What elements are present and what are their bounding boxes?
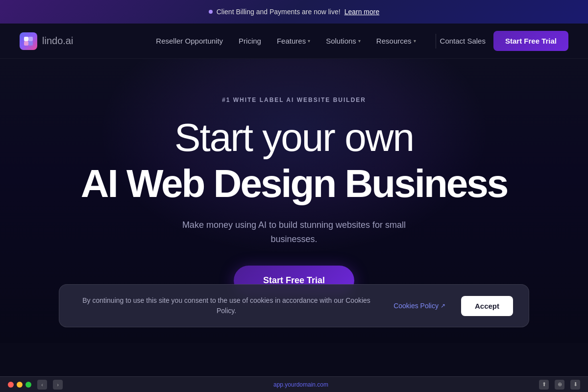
navbar: lindo.ai Reseller Opportunity Pricing Fe…: [0, 24, 588, 59]
nav-start-trial-button[interactable]: Start Free Trial: [493, 31, 568, 51]
announcement-bar: Client Billing and Payments are now live…: [0, 0, 588, 24]
url-domain: yourdomain: [285, 381, 316, 388]
cookie-banner: By continuing to use this site you conse…: [59, 284, 529, 327]
window-controls: [8, 382, 31, 388]
logo[interactable]: lindo.ai: [20, 32, 73, 50]
external-link-icon: ↗: [441, 302, 445, 309]
nav-item-pricing[interactable]: Pricing: [239, 37, 261, 45]
features-chevron-icon: ▾: [308, 38, 310, 44]
share-button[interactable]: ⬆: [539, 380, 549, 390]
solutions-chevron-icon: ▾: [358, 38, 361, 44]
hero-section: #1 WHITE LABEL AI WEBSITE BUILDER Start …: [0, 59, 588, 343]
address-bar[interactable]: app.yourdomain.com: [69, 381, 533, 388]
nav-item-resources[interactable]: Resources▾: [376, 37, 416, 45]
nav-item-solutions[interactable]: Solutions▾: [326, 37, 361, 45]
cookie-policy-link[interactable]: Cookies Policy ↗: [393, 302, 445, 310]
svg-rect-1: [28, 37, 33, 41]
forward-button[interactable]: ›: [53, 380, 63, 390]
taskbar: ‹ › app.yourdomain.com ⬆ ⊕ ⬇: [0, 376, 588, 392]
cookie-accept-button[interactable]: Accept: [461, 296, 513, 316]
hero-badge: #1 WHITE LABEL AI WEBSITE BUILDER: [222, 97, 366, 103]
nav-links: Reseller Opportunity Pricing Features▾ S…: [156, 37, 416, 45]
logo-icon: [20, 32, 37, 50]
nav-item-features[interactable]: Features▾: [277, 37, 310, 45]
add-tab-button[interactable]: ⊕: [555, 380, 564, 390]
logo-wordmark: lindo.ai: [42, 35, 73, 47]
hero-title-line1: Start your own: [174, 117, 414, 158]
svg-rect-2: [24, 41, 28, 46]
downloads-button[interactable]: ⬇: [570, 380, 580, 390]
svg-rect-3: [28, 41, 33, 46]
nav-divider: [436, 34, 436, 49]
cookie-text: By continuing to use this site you conse…: [75, 295, 378, 316]
announcement-learn-more-link[interactable]: Learn more: [344, 8, 380, 16]
maximize-window-button[interactable]: [25, 382, 31, 388]
hero-title-line2: AI Web Design Business: [81, 163, 508, 204]
nav-contact-sales-link[interactable]: Contact Sales: [440, 37, 486, 45]
announcement-text: Client Billing and Payments are now live…: [217, 8, 341, 16]
minimize-window-button[interactable]: [17, 382, 23, 388]
svg-rect-0: [24, 37, 28, 41]
nav-item-reseller[interactable]: Reseller Opportunity: [156, 37, 223, 45]
url-prefix: app.: [273, 381, 285, 388]
hero-subtitle: Make money using AI to build stunning we…: [167, 218, 421, 246]
url-suffix: .com: [316, 381, 328, 388]
announcement-dot: [209, 10, 213, 14]
close-window-button[interactable]: [8, 382, 14, 388]
resources-chevron-icon: ▾: [414, 38, 416, 44]
back-button[interactable]: ‹: [37, 380, 47, 390]
